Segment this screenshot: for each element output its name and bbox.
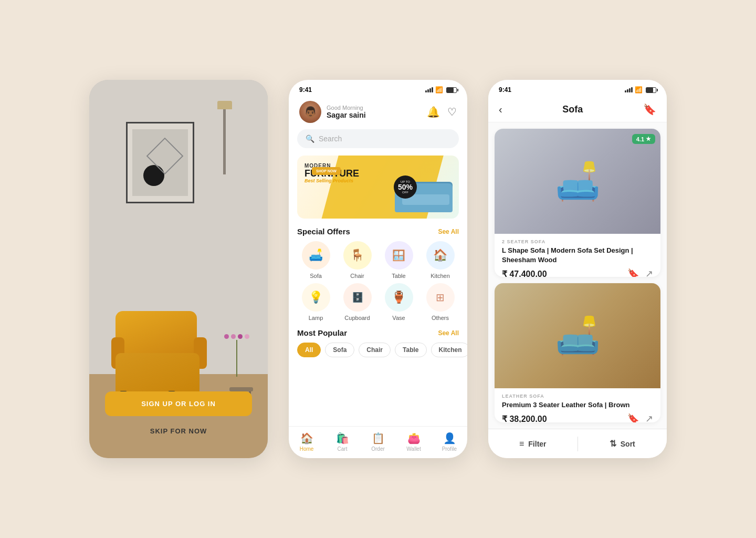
screen3-phone: 9:41 📶 ‹ Sofa 🔖 🛋️ bbox=[488, 80, 667, 458]
sort-icon: ⇅ bbox=[610, 439, 616, 449]
order-icon: 📋 bbox=[372, 432, 385, 444]
screen3-status-time: 9:41 bbox=[499, 86, 511, 94]
status-bar: 9:41 📶 bbox=[289, 80, 467, 97]
bookmark-action-2[interactable]: 🔖 bbox=[627, 413, 639, 422]
product-image-2: 🛋️ bbox=[495, 283, 660, 388]
chair-illustration bbox=[105, 301, 220, 406]
s3-sig4 bbox=[631, 87, 633, 92]
product-image-1: 🛋️ 4.1 ★ bbox=[495, 129, 660, 234]
product-price-row-1: ₹ 47,400.00 🔖 ↗ bbox=[502, 268, 653, 277]
nav-wallet-label: Wallet bbox=[406, 446, 421, 452]
chair-seat bbox=[116, 353, 200, 395]
wifi-icon: 📶 bbox=[435, 86, 443, 94]
tab-table[interactable]: Table bbox=[395, 343, 426, 357]
product-name-2: Premium 3 Seater Leather Sofa | Brown bbox=[502, 400, 653, 410]
rating-value-1: 4.1 bbox=[636, 136, 644, 142]
screen3-signal bbox=[625, 87, 633, 92]
table-label: Table bbox=[392, 273, 405, 279]
category-table[interactable]: 🪟 Table bbox=[380, 241, 417, 279]
popular-tabs: All Sofa Chair Table Kitchen bbox=[289, 343, 467, 364]
search-bar[interactable]: 🔍 Search bbox=[297, 129, 459, 148]
most-popular-header: Most Popular See All bbox=[289, 328, 467, 343]
signal-bar-4 bbox=[432, 87, 433, 92]
side-table-top bbox=[229, 387, 253, 391]
tab-kitchen[interactable]: Kitchen bbox=[431, 343, 468, 357]
tab-sofa[interactable]: Sofa bbox=[325, 343, 354, 357]
product-card-1[interactable]: 🛋️ 4.1 ★ 2 SEATER SOFA L Shape Sofa | Mo… bbox=[495, 129, 660, 277]
product-card-2[interactable]: 🛋️ LEATHER SOFA Premium 3 Seater Leather… bbox=[495, 283, 660, 422]
filter-sort-bar: ≡ Filter ⇅ Sort bbox=[488, 429, 667, 458]
shop-now-button[interactable]: SHOP NOW bbox=[312, 167, 341, 175]
bookmark-icon[interactable]: 🔖 bbox=[643, 103, 656, 116]
nav-cart-label: Cart bbox=[338, 446, 348, 452]
wall-lamp-head bbox=[217, 101, 232, 109]
header-row: 👨🏾 Good Morning Sagar saini 🔔 ♡ bbox=[289, 97, 467, 129]
wall-art-frame bbox=[126, 122, 194, 203]
flower-stem bbox=[236, 340, 237, 377]
screen3-wifi-icon: 📶 bbox=[635, 86, 643, 94]
category-chair[interactable]: 🪑 Chair bbox=[339, 241, 376, 279]
lamp-icon-circle: 💡 bbox=[302, 283, 330, 312]
nav-profile[interactable]: 👤 Profile bbox=[436, 432, 463, 452]
see-all-popular[interactable]: See All bbox=[438, 329, 459, 337]
see-all-special[interactable]: See All bbox=[438, 228, 459, 235]
tab-all[interactable]: All bbox=[297, 343, 321, 357]
avatar: 👨🏾 bbox=[299, 101, 321, 123]
signal-bar-1 bbox=[425, 90, 427, 92]
greeting: Good Morning Sagar saini bbox=[327, 105, 427, 119]
share-action-1[interactable]: ↗ bbox=[645, 268, 653, 277]
filter-label: Filter bbox=[528, 440, 546, 448]
product-actions-2: 🔖 ↗ bbox=[627, 413, 653, 422]
tab-chair[interactable]: Chair bbox=[359, 343, 391, 357]
sort-button[interactable]: ⇅ Sort bbox=[578, 429, 667, 458]
nav-home[interactable]: 🏠 Home bbox=[293, 432, 320, 452]
table-icon-circle: 🪟 bbox=[385, 241, 413, 270]
nav-order[interactable]: 📋 Order bbox=[365, 432, 391, 452]
screen2-phone: 9:41 📶 👨🏾 Good Morning Sagar saini 🔔 ♡ bbox=[289, 80, 467, 458]
notification-icon[interactable]: 🔔 bbox=[427, 106, 440, 118]
category-cupboard[interactable]: 🗄️ Cupboard bbox=[339, 283, 376, 321]
others-label: Others bbox=[432, 315, 449, 321]
kitchen-label: Kitchen bbox=[430, 273, 450, 279]
wall-lamp-post bbox=[223, 106, 226, 174]
home-icon: 🏠 bbox=[300, 432, 313, 444]
categories-grid: 🛋️ Sofa 🪑 Chair 🪟 Table 🏠 Kitchen 💡 Lamp… bbox=[289, 241, 467, 328]
bookmark-action-1[interactable]: 🔖 bbox=[627, 268, 639, 277]
category-sofa[interactable]: 🛋️ Sofa bbox=[297, 241, 334, 279]
profile-icon: 👤 bbox=[443, 432, 456, 444]
cart-icon: 🛍️ bbox=[336, 432, 349, 444]
category-lamp[interactable]: 💡 Lamp bbox=[297, 283, 334, 321]
favorites-icon[interactable]: ♡ bbox=[447, 106, 457, 118]
promo-banner[interactable]: MODERN FURNITURE Best Selling Products S… bbox=[297, 156, 459, 219]
s3-sig1 bbox=[625, 90, 626, 92]
flowers bbox=[224, 334, 249, 339]
battery-fill bbox=[447, 88, 454, 92]
special-offers-header: Special Offers See All bbox=[289, 227, 467, 241]
nav-order-label: Order bbox=[371, 446, 385, 452]
most-popular-title: Most Popular bbox=[297, 328, 347, 337]
category-vase[interactable]: 🏺 Vase bbox=[380, 283, 417, 321]
back-button[interactable]: ‹ bbox=[499, 104, 502, 116]
product-img-bg-2: 🛋️ bbox=[495, 283, 660, 388]
skip-button[interactable]: SKIP FOR NOW bbox=[89, 427, 268, 435]
product-name-1: L Shape Sofa | Modern Sofa Set Design | … bbox=[502, 246, 653, 265]
sort-label: Sort bbox=[621, 440, 635, 448]
screen1-phone: SIGN UP OR LOG IN SKIP FOR NOW bbox=[89, 80, 268, 458]
flower2 bbox=[231, 334, 236, 339]
nav-profile-label: Profile bbox=[442, 446, 457, 452]
flower3 bbox=[238, 334, 243, 339]
greeting-text: Good Morning bbox=[327, 105, 427, 111]
category-kitchen[interactable]: 🏠 Kitchen bbox=[422, 241, 459, 279]
nav-wallet[interactable]: 👛 Wallet bbox=[401, 432, 427, 452]
signal-bar-3 bbox=[429, 88, 431, 92]
filter-button[interactable]: ≡ Filter bbox=[488, 429, 578, 458]
product-info-2: LEATHER SOFA Premium 3 Seater Leather So… bbox=[495, 388, 660, 422]
product-img-bg-1: 🛋️ bbox=[495, 129, 660, 234]
nav-home-label: Home bbox=[300, 446, 314, 452]
signup-button[interactable]: SIGN UP OR LOG IN bbox=[105, 391, 252, 416]
others-icon-circle: ⊞ bbox=[426, 283, 455, 312]
share-action-2[interactable]: ↗ bbox=[645, 413, 653, 422]
category-others[interactable]: ⊞ Others bbox=[422, 283, 459, 321]
nav-cart[interactable]: 🛍️ Cart bbox=[329, 432, 355, 452]
status-icons: 📶 bbox=[425, 86, 457, 94]
